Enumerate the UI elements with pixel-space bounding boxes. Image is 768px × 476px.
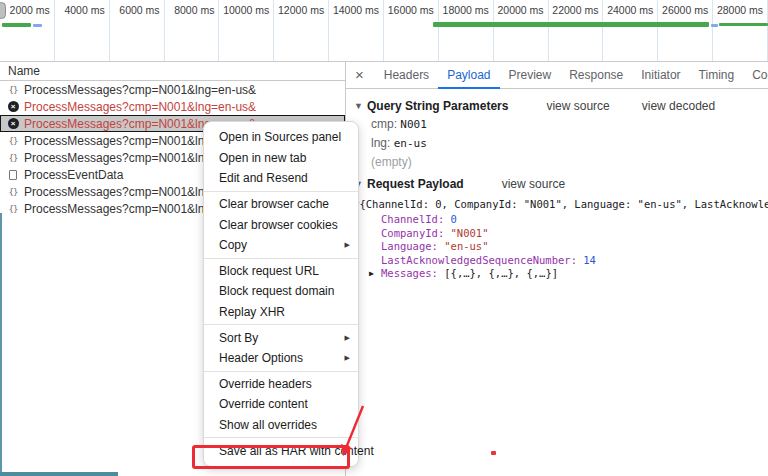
tab-preview[interactable]: Preview — [500, 62, 561, 89]
chevron-down-icon[interactable]: ▼ — [354, 101, 367, 111]
chevron-right-icon[interactable]: ▶ — [369, 267, 381, 281]
request-name: ProcessMessages?cmp=N001&lng=en-us& — [24, 100, 256, 114]
timeline-tick-label: 6000 ms — [119, 4, 159, 16]
timeline-tick-label: 18000 ms — [443, 4, 489, 16]
view-source-link[interactable]: view source — [502, 177, 565, 191]
name-column-header[interactable]: Name — [0, 62, 345, 81]
timeline-column: 26000 ms — [658, 0, 713, 61]
submenu-arrow-icon: ▶ — [345, 334, 350, 342]
submenu-arrow-icon: ▶ — [345, 241, 350, 249]
tab-response[interactable]: Response — [560, 62, 632, 89]
timeline-column: 6000 ms — [110, 0, 165, 61]
tab-timing[interactable]: Timing — [690, 62, 744, 89]
activity-bar-blue — [711, 24, 718, 27]
timeline-tick-label: 16000 ms — [388, 4, 434, 16]
request-row[interactable]: × ProcessMessages?cmp=N001&lng=en-us& — [0, 98, 345, 115]
payload-content: ▼ Query String Parameters view source vi… — [346, 89, 768, 281]
activity-bar-green — [433, 22, 709, 27]
request-name: ProcessMessages?cmp=N001&lng=en-us& — [24, 83, 256, 97]
menu-item-open-in-sources-panel[interactable]: Open in Sources panel — [204, 127, 358, 148]
menu-item-save-all-as-har-with-content[interactable]: Save all as HAR with content — [204, 440, 358, 461]
context-menu: Open in Sources panel Open in new tab Ed… — [203, 121, 359, 467]
timeline-column: 22000 ms — [549, 0, 604, 61]
json-property: Language: "en-us" — [381, 240, 768, 254]
json-property: LastAcknowledgedSequenceNumber: 14 — [381, 254, 768, 268]
menu-item-edit-and-resend[interactable]: Edit and Resend — [204, 168, 358, 189]
tab-payload[interactable]: Payload — [438, 62, 499, 89]
query-param: cmp: N001 — [354, 115, 768, 134]
timeline-tick-label: 28000 ms — [717, 4, 763, 16]
timeline-tick-label: 26000 ms — [662, 4, 708, 16]
timeline-tick-label: 14000 ms — [333, 4, 379, 16]
timeline-tick-label: 2000 ms — [10, 4, 50, 16]
json-property: CompanyId: "N001" — [381, 227, 768, 241]
menu-separator — [204, 258, 358, 259]
request-name: ProcessEventData — [24, 168, 123, 182]
tab-headers[interactable]: Headers — [375, 62, 438, 89]
timeline-tick-label: 4000 ms — [64, 4, 104, 16]
param-value: en-us — [394, 137, 427, 150]
menu-item-block-request-url[interactable]: Block request URL — [204, 261, 358, 282]
param-name: lng: — [371, 136, 390, 150]
menu-separator — [204, 324, 358, 325]
menu-item-override-headers[interactable]: Override headers — [204, 374, 358, 395]
tab-cookies[interactable]: Cookies — [743, 62, 768, 89]
menu-separator — [204, 437, 358, 438]
json-icon: {} — [6, 153, 20, 163]
menu-item-replay-xhr[interactable]: Replay XHR — [204, 302, 358, 323]
menu-item-sort-by[interactable]: Sort By▶ — [204, 327, 358, 348]
activity-bar-blue — [33, 24, 42, 27]
request-payload-section-title: Request Payload — [367, 177, 464, 191]
menu-item-clear-browser-cache[interactable]: Clear browser cache — [204, 194, 358, 215]
menu-item-show-all-overrides[interactable]: Show all overrides — [204, 415, 358, 436]
timeline-tick-label: 20000 ms — [497, 4, 543, 16]
activity-bar-green — [2, 23, 31, 27]
query-string-section-title: Query String Parameters — [367, 99, 508, 113]
detail-tabbar: × Headers Payload Preview Response Initi… — [346, 62, 768, 89]
view-source-link[interactable]: view source — [546, 99, 609, 113]
param-value: N001 — [400, 118, 427, 131]
timeline-column: 12000 ms — [274, 0, 329, 61]
json-icon: {} — [6, 85, 20, 95]
menu-item-clear-browser-cookies[interactable]: Clear browser cookies — [204, 214, 358, 235]
timeline-column: 20000 ms — [494, 0, 549, 61]
empty-note: (empty) — [354, 153, 768, 171]
menu-item-copy[interactable]: Copy▶ — [204, 235, 358, 256]
query-param: lng: en-us — [354, 134, 768, 153]
timeline-tick-label: 24000 ms — [607, 4, 653, 16]
timeline-tick-label: 8000 ms — [174, 4, 214, 16]
network-overview-timeline[interactable]: 2000 ms 4000 ms 6000 ms 8000 ms 10000 ms… — [0, 0, 768, 62]
timeline-column: 2000 ms — [0, 0, 55, 61]
error-icon: × — [6, 101, 20, 112]
timeline-tick-label: 22000 ms — [552, 4, 598, 16]
json-tree: ChannelId: 0 CompanyId: "N001" Language:… — [354, 213, 768, 281]
background-window-left-edge — [0, 213, 2, 476]
background-window-bottom-edge — [0, 472, 118, 476]
json-object-preview: {ChannelId: 0, CompanyId: "N001", Langua… — [359, 198, 768, 210]
json-icon: {} — [6, 136, 20, 146]
view-decoded-link[interactable]: view decoded — [642, 99, 715, 113]
timeline-column: 28000 ms — [713, 0, 768, 61]
timeline-tick-label: 12000 ms — [278, 4, 324, 16]
error-icon: × — [6, 118, 20, 129]
timeline-column: 10000 ms — [219, 0, 274, 61]
timeline-column: 18000 ms — [439, 0, 494, 61]
menu-item-override-content[interactable]: Override content — [204, 394, 358, 415]
json-property: ChannelId: 0 — [381, 213, 768, 227]
json-messages-entry[interactable]: ▶ Messages: [{,…}, {,…}, {,…}] — [369, 267, 768, 281]
request-detail-panel: × Headers Payload Preview Response Initi… — [345, 62, 768, 476]
activity-bar-green — [719, 23, 768, 26]
menu-separator — [204, 191, 358, 192]
menu-item-header-options[interactable]: Header Options▶ — [204, 348, 358, 369]
devtools-network-panel: 2000 ms 4000 ms 6000 ms 8000 ms 10000 ms… — [0, 0, 768, 476]
timeline-column: 24000 ms — [603, 0, 658, 61]
menu-separator — [204, 371, 358, 372]
request-row[interactable]: {} ProcessMessages?cmp=N001&lng=en-us& — [0, 81, 345, 98]
timeline-column: 4000 ms — [55, 0, 110, 61]
close-icon[interactable]: × — [346, 66, 375, 85]
timeline-drag-handle[interactable] — [0, 2, 6, 19]
menu-item-open-in-new-tab[interactable]: Open in new tab — [204, 148, 358, 169]
timeline-tick-label: 10000 ms — [223, 4, 269, 16]
tab-initiator[interactable]: Initiator — [632, 62, 689, 89]
menu-item-block-request-domain[interactable]: Block request domain — [204, 281, 358, 302]
